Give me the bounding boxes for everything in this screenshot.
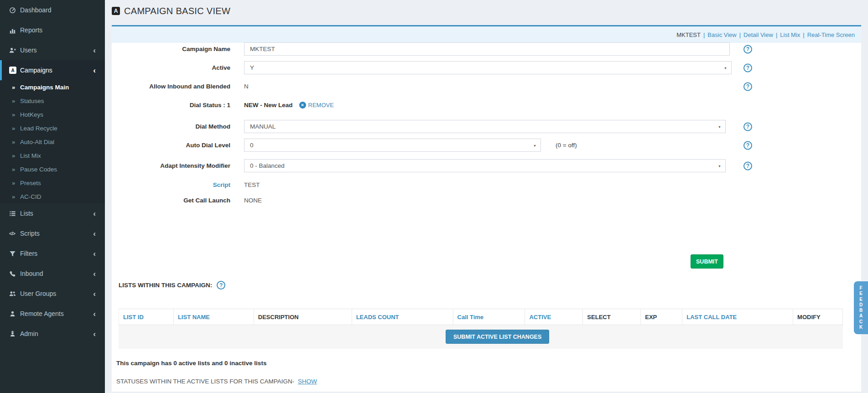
dial-status-row: Dial Status : 1 NEW - New Lead × REMOVE: [112, 98, 861, 112]
code-icon: </>: [9, 231, 20, 236]
breadcrumb-separator: |: [703, 31, 705, 38]
lists-section-heading: LISTS WITHIN THIS CAMPAIGN: ?: [119, 281, 225, 290]
submenu-item-list-mix[interactable]: » List Mix: [0, 149, 105, 162]
column-header-select: SELECT: [583, 309, 641, 325]
column-header-call-time[interactable]: Call Time: [453, 309, 525, 325]
adapt-intensity-select[interactable]: 0 - Balanced ▼: [244, 159, 726, 172]
submenu-item-label: Statuses: [20, 98, 44, 104]
column-header-list-id[interactable]: LIST ID: [119, 309, 174, 325]
sidebar-item-admin[interactable]: Admin ‹: [0, 324, 105, 344]
lists-table-header: LIST ID LIST NAME DESCRIPTION LEADS COUN…: [119, 309, 843, 325]
column-header-modify: MODIFY: [793, 309, 843, 325]
column-header-active[interactable]: ACTIVE: [525, 309, 583, 325]
submenu-item-lead-recycle[interactable]: » Lead Recycle: [0, 121, 105, 135]
sidebar-item-dashboard[interactable]: Dashboard: [0, 0, 105, 20]
feedback-tab[interactable]: FEEDBACK: [854, 281, 868, 334]
remove-status-link[interactable]: × REMOVE: [299, 102, 334, 109]
submenu-item-statuses[interactable]: » Statuses: [0, 94, 105, 108]
breadcrumb-link-basic-view[interactable]: Basic View: [707, 31, 736, 38]
sidebar-item-label: User Groups: [20, 290, 56, 297]
submenu-item-label: Campaigns Main: [20, 84, 69, 91]
column-header-last-call-date[interactable]: LAST CALL DATE: [682, 309, 793, 325]
page-title-bar: A CAMPAIGN BASIC VIEW: [112, 0, 230, 22]
sidebar-item-label: Users: [20, 47, 37, 54]
sidebar-item-user-groups[interactable]: User Groups ‹: [0, 284, 105, 304]
active-select[interactable]: Y ▼: [244, 61, 732, 74]
double-angle-icon: »: [12, 125, 20, 132]
users-group-icon: [9, 290, 20, 297]
feedback-tab-label: FEEDBACK: [859, 285, 863, 334]
sidebar-item-label: Dashboard: [20, 6, 52, 14]
sidebar-item-users[interactable]: Users ‹: [0, 40, 105, 60]
chevron-left-icon: ‹: [93, 210, 96, 217]
submit-button[interactable]: SUBMIT: [691, 254, 723, 269]
submenu-item-hotkeys[interactable]: » HotKeys: [0, 108, 105, 121]
submenu-item-label: Auto-Alt Dial: [20, 139, 54, 145]
sidebar-item-reports[interactable]: Reports: [0, 20, 105, 40]
sidebar-item-label: Scripts: [20, 230, 40, 237]
submenu-item-pause-codes[interactable]: » Pause Codes: [0, 162, 105, 176]
submenu-item-campaigns-main[interactable]: » Campaigns Main: [0, 80, 105, 94]
column-header-exp: EXP: [641, 309, 682, 325]
gauge-icon: [9, 7, 20, 14]
sidebar-item-lists[interactable]: Lists ‹: [0, 203, 105, 223]
adapt-intensity-label: Adapt Intensity Modifier: [112, 162, 230, 169]
submenu-item-auto-alt-dial[interactable]: » Auto-Alt Dial: [0, 135, 105, 149]
help-icon[interactable]: ?: [743, 122, 752, 131]
chevron-left-icon: ‹: [93, 330, 96, 338]
sidebar-item-label: Lists: [20, 210, 33, 217]
submenu-item-label: HotKeys: [20, 111, 43, 118]
sidebar-item-label: Remote Agents: [20, 310, 64, 317]
help-icon[interactable]: ?: [217, 281, 225, 290]
person-icon: [9, 310, 20, 317]
funnel-icon: [9, 250, 20, 257]
submit-active-list-changes-button[interactable]: SUBMIT ACTIVE LIST CHANGES: [446, 330, 549, 344]
dial-status-label: Dial Status : 1: [112, 102, 230, 109]
double-angle-icon: »: [12, 111, 20, 118]
breadcrumb-link-list-mix[interactable]: List Mix: [780, 31, 800, 38]
page-title: CAMPAIGN BASIC VIEW: [124, 6, 230, 16]
sidebar-item-remote-agents[interactable]: Remote Agents ‹: [0, 304, 105, 324]
help-icon[interactable]: ?: [743, 141, 752, 150]
campaign-name-input[interactable]: [244, 42, 730, 56]
show-statuses-link[interactable]: SHOW: [298, 378, 317, 385]
double-angle-icon: »: [12, 152, 20, 159]
statuses-line: STATUSES WITHIN THE ACTIVE LISTS FOR THI…: [116, 378, 317, 385]
help-icon[interactable]: ?: [743, 82, 752, 91]
sidebar-item-label: Inbound: [20, 270, 43, 277]
help-icon[interactable]: ?: [743, 161, 752, 170]
breadcrumb-link-detail-view[interactable]: Detail View: [743, 31, 773, 38]
breadcrumb-link-real-time-screen[interactable]: Real-Time Screen: [807, 31, 855, 38]
chevron-left-icon: ‹: [93, 67, 96, 74]
chevron-left-icon: ‹: [93, 250, 96, 258]
sidebar: Dashboard Reports Users ‹ A Campaigns ‹ …: [0, 0, 105, 393]
campaigns-submenu: » Campaigns Main » Statuses » HotKeys » …: [0, 80, 105, 203]
sidebar-item-inbound[interactable]: Inbound ‹: [0, 264, 105, 284]
breadcrumb-separator: |: [739, 31, 741, 38]
double-angle-icon: »: [12, 139, 20, 145]
chevron-down-icon: ▼: [724, 66, 727, 69]
script-row: Script TEST: [112, 178, 861, 191]
sidebar-item-scripts[interactable]: </> Scripts ‹: [0, 223, 105, 243]
remove-label: REMOVE: [308, 102, 334, 109]
adapt-intensity-select-value: 0 - Balanced: [250, 162, 285, 169]
column-header-list-name[interactable]: LIST NAME: [174, 309, 254, 325]
lists-heading-text: LISTS WITHIN THIS CAMPAIGN:: [119, 282, 212, 289]
submenu-item-presets[interactable]: » Presets: [0, 176, 105, 190]
submenu-item-ac-cid[interactable]: » AC-CID: [0, 190, 105, 203]
campaign-name-label: Campaign Name: [112, 46, 230, 52]
breadcrumb-current-campaign: MKTEST: [676, 31, 701, 38]
get-call-launch-row: Get Call Launch NONE: [112, 194, 861, 207]
auto-dial-level-note: (0 = off): [556, 142, 577, 149]
list-icon: [9, 210, 20, 217]
help-icon[interactable]: ?: [743, 63, 752, 72]
script-link-label[interactable]: Script: [112, 181, 230, 188]
help-icon[interactable]: ?: [743, 45, 752, 53]
auto-dial-level-select[interactable]: 0 ▼: [244, 139, 541, 152]
sidebar-item-campaigns[interactable]: A Campaigns ‹: [0, 60, 105, 80]
lists-table-empty-row: SUBMIT ACTIVE LIST CHANGES: [119, 325, 843, 349]
column-header-leads-count[interactable]: LEADS COUNT: [352, 309, 453, 325]
sidebar-item-filters[interactable]: Filters ‹: [0, 243, 105, 264]
chevron-left-icon: ‹: [93, 230, 96, 238]
dial-method-select[interactable]: MANUAL ▼: [244, 120, 726, 133]
